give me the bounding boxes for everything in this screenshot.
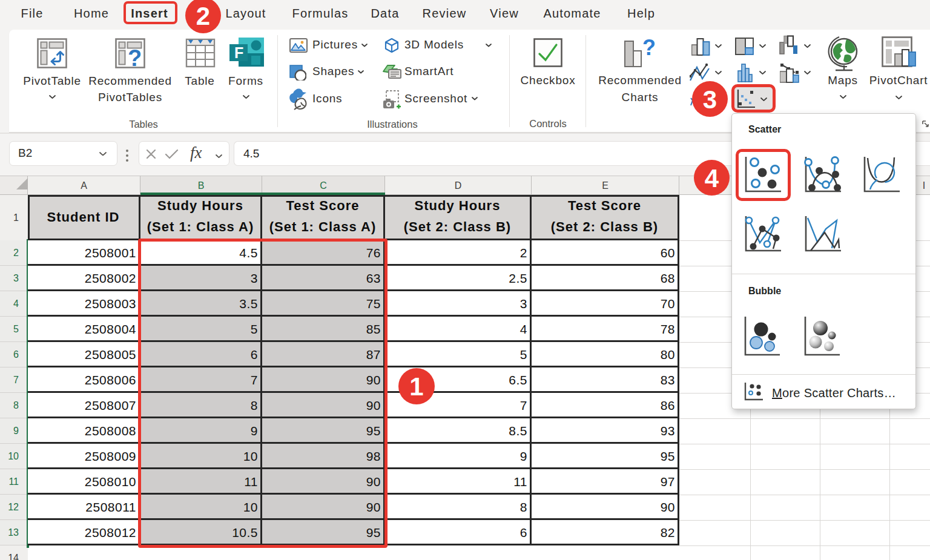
svg-text:?: ?: [128, 45, 142, 68]
svg-text:?: ?: [642, 36, 656, 60]
svg-text:F: F: [234, 44, 243, 61]
